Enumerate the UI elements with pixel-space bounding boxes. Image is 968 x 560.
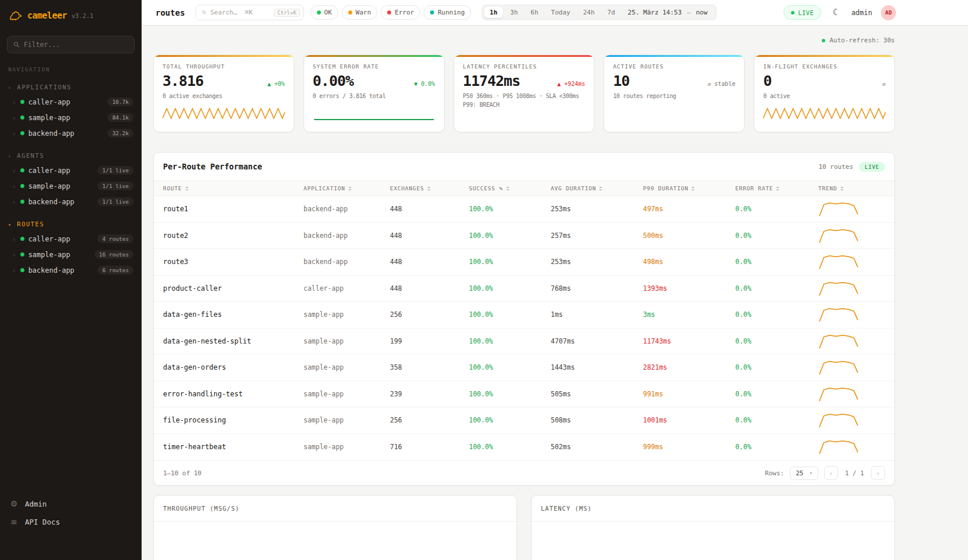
sidebar-item-routes-sample-app[interactable]: sample-app 16 routes <box>0 247 142 262</box>
kpi-value-row: 11742ms ▲ +924ms <box>463 73 586 89</box>
route-name[interactable]: data-gen-files <box>163 310 304 319</box>
time-range-1h[interactable]: 1h <box>484 7 503 18</box>
time-range-6h[interactable]: 6h <box>525 7 544 18</box>
table-row-route2[interactable]: route2 backend-app 448 100.0% 257ms 500m… <box>154 223 894 250</box>
column-header-route[interactable]: ROUTE <box>163 185 304 192</box>
pagination-next-button[interactable]: › <box>871 466 885 480</box>
table-row-route3[interactable]: route3 backend-app 448 100.0% 253ms 498m… <box>154 249 894 276</box>
chevron-right-icon <box>12 114 16 122</box>
status-dot <box>317 10 321 15</box>
sidebar-item-admin[interactable]: Admin <box>9 499 132 508</box>
route-name[interactable]: route1 <box>163 205 304 213</box>
chevron-right-icon <box>12 129 16 138</box>
filter-chip-running[interactable]: Running <box>424 5 471 20</box>
table-row-timer-heartbeat[interactable]: timer-heartbeat sample-app 716 100.0% 50… <box>154 434 894 461</box>
sidebar-item-agents-sample-app[interactable]: sample-app 1/1 live <box>0 178 142 194</box>
sidebar-item-label: sample-app <box>28 251 70 259</box>
table-row-route1[interactable]: route1 backend-app 448 100.0% 253ms 497m… <box>154 196 894 223</box>
column-label: TREND <box>818 185 837 192</box>
route-name[interactable]: product-caller <box>163 284 304 292</box>
time-range-today[interactable]: Today <box>546 7 576 18</box>
sidebar-item-agents-backend-app[interactable]: backend-app 1/1 live <box>0 194 142 209</box>
pagination-prev-button[interactable]: ‹ <box>824 466 838 480</box>
filter-input[interactable] <box>24 41 128 49</box>
sidebar-section-label: APPLICATIONS <box>17 84 71 91</box>
column-header-error-rate[interactable]: ERROR RATE <box>735 185 818 192</box>
sidebar-section-header[interactable]: ROUTES <box>0 217 142 231</box>
sidebar-item-label: backend-app <box>28 266 74 274</box>
per-route-performance-card: Per-Route Performance 10 routes LIVE ROU… <box>153 152 895 486</box>
filter-chip-ok[interactable]: OK <box>310 5 338 20</box>
table-row-data-gen-files[interactable]: data-gen-files sample-app 256 100.0% 1ms… <box>154 302 894 328</box>
route-name[interactable]: route2 <box>163 232 304 240</box>
time-range-7d[interactable]: 7d <box>602 7 621 18</box>
route-name[interactable]: data-gen-orders <box>163 363 304 371</box>
column-header-application[interactable]: APPLICATION <box>304 185 390 192</box>
kpi-delta: ▲ +0% <box>268 81 285 87</box>
route-name[interactable]: data-gen-nested-split <box>163 337 304 345</box>
time-range-display[interactable]: 25. März 14:53 — now <box>621 9 714 16</box>
table-row-data-gen-orders[interactable]: data-gen-orders sample-app 358 100.0% 14… <box>154 355 894 381</box>
route-name[interactable]: timer-heartbeat <box>163 443 304 451</box>
column-header-avg-duration[interactable]: AVG DURATION <box>551 185 643 192</box>
sidebar-item-routes-caller-app[interactable]: caller-app 4 routes <box>0 231 142 247</box>
trend-sparkline-icon <box>818 280 861 297</box>
route-name[interactable]: error-handling-test <box>163 390 304 398</box>
rows-per-page-select[interactable]: 25 <box>790 467 818 480</box>
table-row-error-handling-test[interactable]: error-handling-test sample-app 239 100.0… <box>154 381 894 408</box>
time-range-3h[interactable]: 3h <box>504 7 523 18</box>
search-box[interactable]: Ctrl+K <box>196 5 304 20</box>
sidebar-item-applications-backend-app[interactable]: backend-app 32.2k <box>0 125 142 141</box>
table-row-product-caller[interactable]: product-caller caller-app 448 100.0% 768… <box>154 276 894 302</box>
table-live-badge: LIVE <box>859 162 885 172</box>
table-row-data-gen-nested-split[interactable]: data-gen-nested-split sample-app 199 100… <box>154 328 894 355</box>
avatar[interactable]: AD <box>881 5 896 20</box>
error-rate: 0.0% <box>735 232 818 240</box>
sidebar-section-applications: APPLICATIONS caller-app 10.7k sample-app… <box>0 80 142 141</box>
sidebar-item-routes-backend-app[interactable]: backend-app 6 routes <box>0 262 142 278</box>
trend-sparkline <box>818 306 885 323</box>
kpi-subtexts: 10 routes reporting <box>613 92 735 100</box>
pagination-range: 1–10 of 10 <box>163 469 201 477</box>
column-header-exchanges[interactable]: EXCHANGES <box>390 185 469 192</box>
route-name[interactable]: route3 <box>163 258 304 266</box>
logo[interactable]: cameleer v3.2.1 <box>0 0 142 26</box>
chevron-right-icon <box>12 251 16 259</box>
exchanges-count: 239 <box>390 390 469 398</box>
app-name: cameleer <box>27 10 67 21</box>
date-separator: — <box>687 9 691 16</box>
p99-duration: 2821ms <box>643 363 735 371</box>
sidebar-section-items: caller-app 10.7k sample-app 84.1k backen… <box>0 94 142 141</box>
sidebar-filter-box[interactable] <box>7 36 135 53</box>
success-rate: 100.0% <box>469 284 551 292</box>
sidebar-section-header[interactable]: AGENTS <box>0 149 142 162</box>
table-row-file-processing[interactable]: file-processing sample-app 256 100.0% 50… <box>154 407 894 434</box>
live-badge[interactable]: LIVE <box>783 5 821 20</box>
success-rate: 100.0% <box>469 205 551 213</box>
bottom-charts-row: THROUGHPUT (MSG/S) LATENCY (MS) <box>153 495 895 560</box>
application-name: sample-app <box>304 310 390 319</box>
topbar: routes Ctrl+K OK Warn Error Running 1h3h… <box>142 0 968 26</box>
kpi-value: 3.816 <box>162 73 203 89</box>
time-range-24h[interactable]: 24h <box>577 7 601 18</box>
sidebar-section-header[interactable]: APPLICATIONS <box>0 80 142 94</box>
filter-chip-warn[interactable]: Warn <box>342 5 378 20</box>
success-rate: 100.0% <box>469 390 551 398</box>
sidebar-item-agents-caller-app[interactable]: caller-app 1/1 live <box>0 162 142 178</box>
table-title: Per-Route Performance <box>163 162 262 171</box>
route-name[interactable]: file-processing <box>163 416 304 424</box>
column-header-p99-duration[interactable]: P99 DURATION <box>643 185 735 192</box>
sidebar-item-api-docs[interactable]: API Docs <box>9 517 132 526</box>
column-header-trend[interactable]: TREND <box>818 185 885 192</box>
column-header-success[interactable]: SUCCESS % <box>469 185 551 192</box>
sidebar-item-applications-sample-app[interactable]: sample-app 84.1k <box>0 110 142 125</box>
sidebar-item-badge: 32.2k <box>107 129 133 138</box>
dark-mode-toggle[interactable] <box>830 6 842 19</box>
status-dot <box>20 252 24 256</box>
search-input[interactable] <box>210 9 270 16</box>
sort-icon <box>427 186 431 191</box>
filter-chip-error[interactable]: Error <box>381 5 420 20</box>
sidebar-item-badge: 6 routes <box>97 266 133 274</box>
status-dot <box>20 168 24 172</box>
sidebar-item-applications-caller-app[interactable]: caller-app 10.7k <box>0 94 142 110</box>
